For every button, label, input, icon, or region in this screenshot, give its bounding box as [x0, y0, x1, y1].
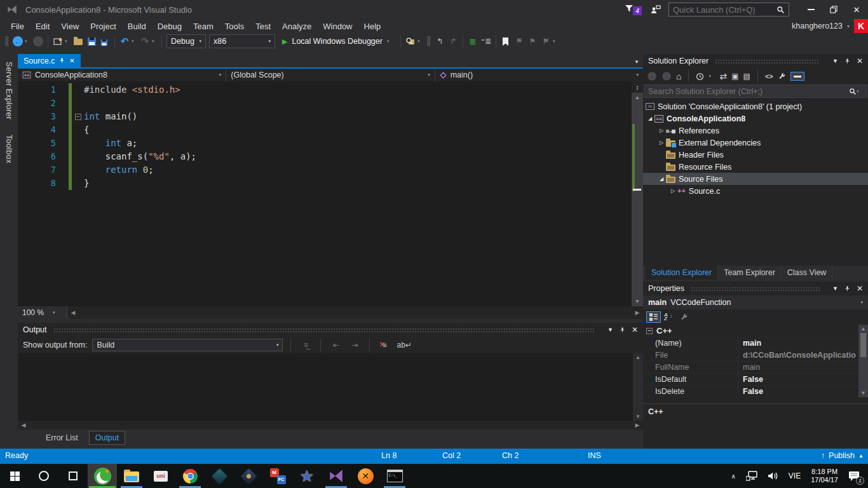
quick-launch-field[interactable]: [673, 5, 776, 15]
view-code-icon[interactable]: <>: [765, 72, 773, 80]
new-project-caret[interactable]: ▾: [65, 39, 71, 44]
menu-item-team[interactable]: Team: [187, 20, 219, 32]
show-all-files-icon[interactable]: [790, 72, 804, 81]
wrench-icon[interactable]: [778, 72, 786, 81]
next-bookmark-button[interactable]: ⚑: [526, 34, 539, 48]
panel-tab-team-explorer[interactable]: Team Explorer: [718, 266, 782, 280]
restore-button[interactable]: [822, 1, 845, 18]
start-debugging-caret[interactable]: ▾: [387, 39, 393, 44]
property-value[interactable]: False: [738, 386, 858, 397]
taskbar-visual-studio[interactable]: [322, 464, 351, 488]
language-indicator[interactable]: VIE: [783, 464, 806, 488]
navigate-copy-button[interactable]: ↱: [447, 34, 459, 48]
code-line-3[interactable]: 3−int main(): [18, 110, 630, 123]
redo-button[interactable]: ↷: [139, 34, 151, 48]
menu-item-project[interactable]: Project: [85, 20, 121, 32]
bookmark-overflow-caret[interactable]: ▾: [553, 39, 559, 44]
toolbar-overflow-caret[interactable]: ▾: [417, 39, 424, 44]
solution-platform-dropdown[interactable]: x86▾: [209, 34, 275, 48]
notifications-button[interactable]: 4: [625, 4, 642, 15]
code-line-7[interactable]: 7 return 0;: [18, 163, 630, 177]
tree-item-source-c[interactable]: ▷++Source.c: [643, 185, 868, 197]
clear-all-icon[interactable]: ≡✕: [377, 341, 391, 349]
taskbar-command-prompt[interactable]: C:\_: [380, 464, 409, 488]
properties-pages-icon[interactable]: ▤: [743, 72, 750, 81]
taskbar-x-game[interactable]: ✕: [351, 464, 380, 488]
minimize-button[interactable]: [799, 1, 822, 18]
property-category[interactable]: − C++: [643, 325, 858, 337]
bookmark-button[interactable]: [499, 34, 512, 48]
volume-icon[interactable]: [763, 464, 783, 488]
expand-arrow-icon[interactable]: ▷: [657, 140, 666, 146]
tree-item-resource-files[interactable]: Resource Files: [643, 161, 868, 173]
tree-item-references[interactable]: ▷References: [643, 125, 868, 137]
collapse-icon[interactable]: −: [75, 114, 81, 120]
scroll-thumb[interactable]: [860, 333, 866, 357]
fold-margin[interactable]: −: [72, 110, 84, 123]
zoom-dropdown[interactable]: 100 %▾: [18, 306, 67, 319]
new-project-button[interactable]: [51, 34, 64, 48]
editor-vertical-scrollbar[interactable]: ↕ ▲ ▼: [632, 81, 643, 306]
filter-caret[interactable]: ▾: [709, 74, 715, 79]
decrease-indent-button[interactable]: ≣: [466, 34, 479, 48]
taskbar-task-view-button[interactable]: [58, 464, 88, 488]
menu-item-tools[interactable]: Tools: [219, 20, 250, 32]
navigate-backward-button[interactable]: ←: [11, 34, 24, 48]
hidden-icons-chevron[interactable]: ∧: [726, 464, 741, 488]
taskbar-toy-cubes[interactable]: MFC: [263, 464, 292, 488]
action-center-icon[interactable]: 1: [843, 464, 865, 488]
properties-object-dropdown[interactable]: main VCCodeFunction ▾: [643, 295, 868, 309]
taskbar-start-button[interactable]: [0, 464, 29, 488]
undo-caret[interactable]: ▾: [132, 39, 138, 44]
menu-item-edit[interactable]: Edit: [30, 20, 55, 32]
output-vertical-scrollbar[interactable]: ▲▼: [633, 353, 643, 421]
collapse-arrow-icon[interactable]: ◢: [657, 176, 666, 182]
collapse-all-icon[interactable]: ▣: [731, 72, 738, 81]
navigate-forward-button[interactable]: →: [32, 34, 44, 48]
close-tab-icon[interactable]: ✕: [69, 57, 74, 64]
bottom-tab-error-list[interactable]: Error List: [39, 431, 85, 445]
output-source-dropdown[interactable]: Build▾: [92, 339, 283, 351]
code-editor[interactable]: 1#include <stdio.h>23−int main()4{5 int …: [18, 81, 643, 306]
code-line-8[interactable]: 8}: [18, 177, 630, 190]
pin-icon[interactable]: [59, 57, 65, 64]
solution-explorer-search[interactable]: ▾: [644, 85, 867, 98]
menu-item-view[interactable]: View: [55, 20, 85, 32]
pin-icon[interactable]: [620, 327, 625, 334]
taskbar-file-explorer[interactable]: [117, 464, 146, 488]
taskbar-star-app[interactable]: ★: [292, 464, 322, 488]
output-header[interactable]: Output ▼ ✕: [18, 323, 643, 337]
solution-configuration-dropdown[interactable]: Debug▾: [166, 34, 206, 48]
property-value[interactable]: False: [738, 374, 858, 385]
undo-button[interactable]: ↶: [118, 34, 131, 48]
tab-server-explorer[interactable]: Server Explorer: [4, 54, 13, 127]
close-button[interactable]: ✕: [845, 1, 868, 18]
clear-bookmarks-button[interactable]: ⚑̸: [539, 34, 552, 48]
next-message-icon[interactable]: ⇥: [348, 341, 362, 349]
account-name[interactable]: khanghero123: [792, 22, 843, 30]
properties-scrollbar[interactable]: ▲▼: [858, 325, 868, 397]
taskbar-chrome[interactable]: [175, 464, 205, 488]
property-row-fullname[interactable]: FullNamemain: [643, 361, 858, 373]
document-list-caret[interactable]: ▼: [634, 59, 639, 65]
close-icon[interactable]: ✕: [632, 325, 638, 334]
tree-item-consoleapplication8[interactable]: ◢++ConsoleApplication8: [643, 112, 868, 125]
network-icon[interactable]: [741, 464, 763, 488]
menu-item-build[interactable]: Build: [122, 20, 152, 32]
taskbar-game-figure[interactable]: [234, 464, 263, 488]
navigate-to-cursor-button[interactable]: ↰: [433, 34, 446, 48]
forward-button[interactable]: →: [661, 71, 672, 81]
toolbar-grip[interactable]: [5, 36, 8, 46]
taskbar-game-diamond[interactable]: [205, 464, 234, 488]
scope-dropdown[interactable]: (Global Scope) ▾: [226, 69, 435, 81]
previous-message-icon[interactable]: ⇤: [329, 341, 342, 349]
property-value[interactable]: main: [738, 362, 858, 373]
tab-toolbox[interactable]: Toolbox: [4, 127, 13, 171]
property-pages-wrench-icon[interactable]: [680, 313, 688, 322]
feedback-icon[interactable]: [651, 5, 661, 14]
code-line-5[interactable]: 5 int a;: [18, 137, 630, 150]
word-wrap-icon[interactable]: ab↵: [397, 341, 411, 349]
avatar[interactable]: K: [854, 19, 868, 33]
panel-tab-solution-explorer[interactable]: Solution Explorer: [646, 266, 718, 280]
taskbar-coccoc-browser[interactable]: [88, 464, 117, 488]
